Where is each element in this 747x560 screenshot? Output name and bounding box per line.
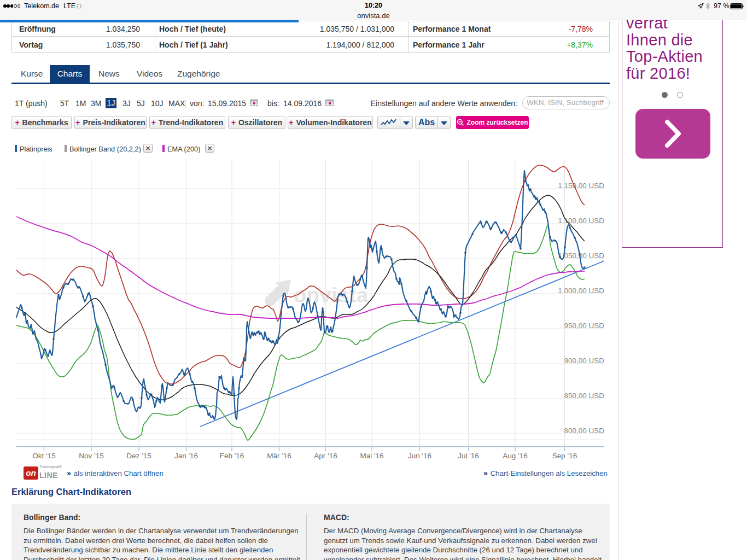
svg-text:950,00 USD: 950,00 USD bbox=[564, 322, 604, 330]
svg-text:Dez '15: Dez '15 bbox=[126, 452, 151, 460]
svg-text:1.150,00 USD: 1.150,00 USD bbox=[558, 182, 604, 190]
svg-text:850,00 USD: 850,00 USD bbox=[564, 392, 604, 400]
svg-text:Jul '16: Jul '16 bbox=[458, 452, 479, 460]
svg-text:Feb '16: Feb '16 bbox=[220, 452, 244, 460]
svg-text:Jun '16: Jun '16 bbox=[408, 452, 431, 460]
svg-text:Mär '16: Mär '16 bbox=[267, 452, 291, 460]
svg-text:800,00 USD: 800,00 USD bbox=[564, 427, 604, 435]
svg-text:Sep '16: Sep '16 bbox=[552, 452, 577, 460]
svg-text:Apr '16: Apr '16 bbox=[314, 452, 337, 460]
svg-text:onvista: onvista bbox=[294, 284, 369, 307]
svg-text:1.000,00 USD: 1.000,00 USD bbox=[558, 287, 604, 295]
svg-text:900,00 USD: 900,00 USD bbox=[564, 357, 604, 365]
svg-text:Jan '16: Jan '16 bbox=[174, 452, 198, 460]
svg-text:1.100,00 USD: 1.100,00 USD bbox=[558, 217, 604, 225]
svg-text:Okt '15: Okt '15 bbox=[32, 452, 55, 460]
svg-text:Aug '16: Aug '16 bbox=[503, 452, 527, 460]
svg-text:Mai '16: Mai '16 bbox=[360, 452, 383, 460]
svg-text:Nov '15: Nov '15 bbox=[79, 452, 103, 460]
